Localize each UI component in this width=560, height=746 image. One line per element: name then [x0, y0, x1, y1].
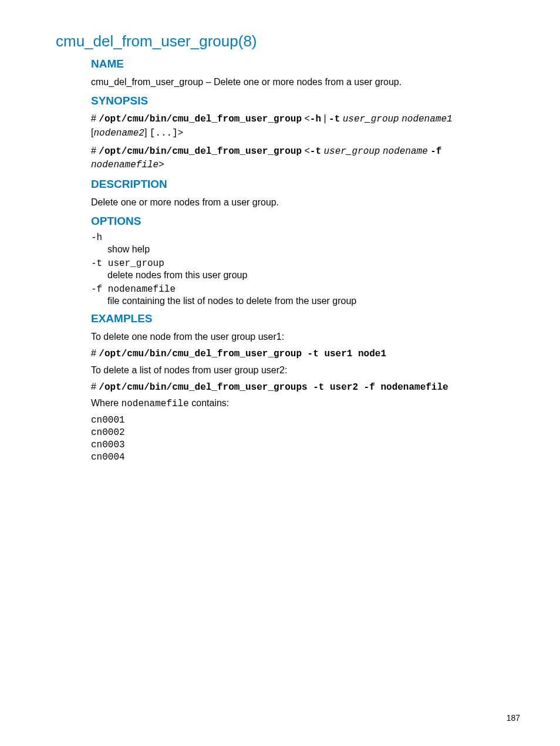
pipe-separator: |: [321, 113, 329, 123]
option-term-f: -f nodenamefile: [91, 284, 504, 295]
section-heading-examples: EXAMPLES: [91, 312, 504, 325]
hash-prompt: #: [91, 113, 99, 123]
arg-user-group: user_group: [323, 146, 380, 157]
example-intro-2: To delete a list of nodes from user grou…: [91, 363, 504, 377]
page-number: 187: [507, 713, 520, 723]
command-path: /opt/cmu/bin/cmu_del_from_user_group: [99, 114, 302, 124]
example-cmd-text: /opt/cmu/bin/cmu_del_from_user_group -t …: [99, 349, 386, 359]
hash-prompt: #: [91, 382, 99, 391]
hash-prompt: #: [91, 146, 99, 156]
angle-close: >: [178, 127, 183, 137]
where-suffix: contains:: [189, 398, 229, 408]
where-text: Where nodenamefile contains:: [91, 396, 504, 411]
arg-nodename1: nodename1: [402, 114, 452, 124]
command-path: /opt/cmu/bin/cmu_del_from_user_group: [99, 146, 302, 157]
section-heading-name: NAME: [91, 58, 504, 70]
example-command-1: # /opt/cmu/bin/cmu_del_from_user_group -…: [91, 347, 504, 360]
arg-user-group: user_group: [343, 114, 399, 124]
option-desc-t: delete nodes from this user group: [107, 270, 504, 281]
option-term-t: -t user_group: [91, 258, 504, 269]
arg-nodename2: nodename2: [93, 128, 144, 139]
description-text: Delete one or more nodes from a user gro…: [91, 195, 504, 209]
page-title: cmu_del_from_user_group(8): [56, 32, 504, 50]
option-t: -t: [329, 114, 340, 124]
hash-prompt: #: [91, 348, 99, 358]
ellipsis: [...]: [150, 128, 178, 139]
option-desc-f: file containing the list of nodes to del…: [107, 296, 504, 306]
option-t: -t: [310, 146, 321, 157]
nodename-file-contents: cn0001 cn0002 cn0003 cn0004: [91, 414, 504, 463]
synopsis-line-2: # /opt/cmu/bin/cmu_del_from_user_group <…: [91, 144, 504, 172]
example-command-2: # /opt/cmu/bin/cmu_del_from_user_groups …: [91, 380, 504, 394]
where-prefix: Where: [91, 398, 122, 408]
example-cmd-text: /opt/cmu/bin/cmu_del_from_user_groups -t…: [99, 382, 448, 393]
example-intro-1: To delete one node from the user group u…: [91, 330, 504, 343]
section-heading-options: OPTIONS: [91, 215, 504, 228]
section-heading-description: DESCRIPTION: [91, 178, 504, 191]
option-h: -h: [310, 114, 321, 124]
angle-open: <: [302, 113, 310, 123]
angle-open: <: [302, 146, 310, 156]
option-desc-h: show help: [107, 244, 504, 255]
angle-close: >: [158, 159, 164, 169]
arg-nodename: nodename: [383, 146, 428, 157]
synopsis-line-1: # /opt/cmu/bin/cmu_del_from_user_group <…: [91, 112, 504, 140]
content-area: NAME cmu_del_from_user_group – Delete on…: [91, 58, 504, 463]
option-f: -f: [430, 146, 441, 157]
where-filename: nodenamefile: [122, 399, 189, 409]
option-term-h: -h: [91, 232, 504, 243]
name-text: cmu_del_from_user_group – Delete one or …: [91, 75, 504, 89]
arg-nodenamefile: nodenamefile: [91, 160, 158, 170]
section-heading-synopsis: SYNOPSIS: [91, 94, 504, 107]
